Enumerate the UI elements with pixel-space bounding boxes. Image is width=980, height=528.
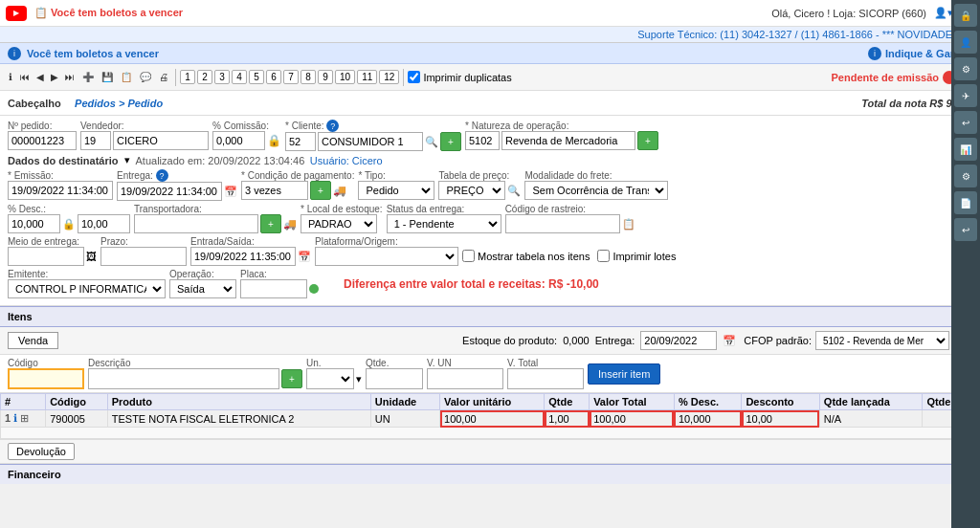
sidebar-undo-icon[interactable]: ↩ [954,218,977,241]
sidebar-back-icon[interactable]: ↩ [954,111,977,134]
youtube-icon[interactable] [6,6,27,21]
tab-1[interactable]: 1 [180,70,195,84]
sidebar-chart-icon[interactable]: 📊 [954,138,977,161]
add-condicao-btn[interactable]: + [310,181,331,200]
desconto-icon[interactable]: 🔒 [62,218,76,231]
tabela-select[interactable]: PREÇO A [438,181,505,200]
natureza-name-input[interactable] [501,131,635,150]
inserir-item-btn[interactable]: Inserir item [588,363,660,385]
prazo-input[interactable] [100,247,187,266]
sidebar-lock-icon[interactable]: 🔒 [954,4,977,27]
save-btn[interactable]: 💾 [99,71,116,83]
sidebar-gear-icon[interactable]: ⚙ [954,57,977,80]
local-estoque-select[interactable]: PADRAO [301,214,377,233]
local-estoque-group: * Local de estoque: PADRAO [301,204,383,233]
comissao-icon[interactable]: 🔒 [267,134,281,147]
copy-btn[interactable]: 📋 [118,71,135,83]
add-cliente-btn[interactable]: + [440,132,461,151]
rastreio-icon[interactable]: 📋 [622,218,635,231]
tab-5[interactable]: 5 [249,70,264,84]
tab-6[interactable]: 6 [266,70,281,84]
print-btn[interactable]: 🖨 [156,71,171,83]
first-btn[interactable]: ⏮ [17,71,33,83]
add-item-btn[interactable]: + [281,369,302,388]
cliente-search-icon[interactable]: 🔍 [425,136,438,148]
chevron-down-icon[interactable]: ▾ [124,154,130,166]
meio-entrega-icon[interactable]: 🖼 [86,251,97,262]
add-btn[interactable]: ➕ [79,71,97,83]
operacao-select[interactable]: Saída [169,279,236,298]
comissao-input[interactable] [212,131,265,150]
tab-2[interactable]: 2 [197,70,212,84]
condicao-input[interactable] [241,181,308,200]
row-grid-icon[interactable]: ⊞ [20,412,29,424]
qtde-item-input[interactable] [366,368,423,389]
cfop-select[interactable]: 5102 - Revenda de Mer [815,331,949,350]
next-btn[interactable]: ▶ [48,71,61,83]
tabela-icon[interactable]: 🔍 [507,185,521,197]
plataforma-select[interactable] [315,247,458,266]
meio-entrega-input[interactable] [8,247,84,266]
modalidade-select[interactable]: Sem Ocorrência de Transporte [524,181,668,200]
entrada-calendar-icon[interactable]: 📅 [298,251,311,263]
cliente-help-icon[interactable]: ? [326,120,339,132]
add-transportadora-btn[interactable]: + [260,214,281,233]
add-natureza-btn[interactable]: + [637,131,658,150]
emitente-select[interactable]: CONTROL P INFORMATICA LTDA ME [8,279,166,298]
vtotal-item-input[interactable] [507,368,584,389]
tipo-select[interactable]: Pedido [358,181,434,200]
tab-8[interactable]: 8 [301,70,316,84]
nro-pedido-input[interactable]: 000001223 [8,131,77,150]
transportadora-input[interactable] [134,214,258,233]
entrega-itens-input[interactable] [640,331,717,350]
tab-11[interactable]: 11 [357,70,377,84]
tab-7[interactable]: 7 [283,70,299,84]
natureza-code-input[interactable] [465,131,500,150]
estoque-value: 0,000 [563,335,590,346]
mostrar-tabela-checkbox[interactable] [462,250,475,262]
imprimir-lotes-checkbox[interactable] [597,250,610,262]
vendedor-code-input[interactable] [80,131,111,150]
sidebar-settings-icon[interactable]: ⚙ [954,165,977,187]
vun-item-input[interactable] [427,368,503,389]
whatsapp-btn[interactable]: 💬 [137,71,154,83]
desconto-input1[interactable] [8,214,60,233]
desconto-input2[interactable] [78,214,130,233]
tab-9[interactable]: 9 [318,70,333,84]
info-toolbar-btn[interactable]: ℹ [6,71,15,83]
tipo-group: * Tipo: Pedido [358,170,434,200]
vendedor-name-input[interactable] [113,131,209,150]
user-avatar-icon[interactable]: 👤▾ [934,7,953,19]
boletos-text[interactable]: 📋 Você tem boletos a vencer [34,7,771,19]
descricao-item-input[interactable] [88,368,279,389]
form-row-4: Meio de entrega: 🖼 Prazo: Entrada/Saída:… [8,236,972,266]
entrega-calendar-icon[interactable]: 📅 [224,186,237,198]
un-select[interactable] [306,368,354,389]
cliente-name-input[interactable] [318,132,423,151]
status-entrega-select[interactable]: 1 - Pendente [387,214,501,233]
prev-btn[interactable]: ◀ [33,71,47,83]
last-btn[interactable]: ⏭ [62,71,78,83]
tab-10[interactable]: 10 [335,70,355,84]
entrega-calendar-icon[interactable]: 📅 [723,335,736,347]
sidebar-user-icon[interactable]: 👤 [954,31,977,54]
row-valor-total: 100,00 [590,410,675,428]
venda-tab[interactable]: Venda [8,332,58,349]
placa-input[interactable] [240,279,307,298]
tab-3[interactable]: 3 [214,70,230,84]
codigo-rastreio-input[interactable] [505,214,620,233]
tab-12[interactable]: 12 [379,70,399,84]
sidebar-doc-icon[interactable]: 📄 [954,191,977,214]
entrada-saida-input[interactable] [190,247,296,266]
cliente-code-input[interactable] [285,132,316,151]
emissao-input[interactable] [8,181,113,200]
tab-4[interactable]: 4 [232,70,247,84]
imprimir-duplicatas-checkbox[interactable] [408,71,420,83]
boletos-banner-text[interactable]: Você tem boletos a vencer [27,48,159,59]
devolucao-btn[interactable]: Devolução [8,443,75,460]
entrega-help-icon[interactable]: ? [156,169,168,182]
codigo-item-input[interactable] [8,368,84,389]
row-info-icon[interactable]: ℹ [13,412,17,424]
entrega-input[interactable] [117,182,222,201]
sidebar-arrow-icon[interactable]: ✈ [954,84,977,107]
